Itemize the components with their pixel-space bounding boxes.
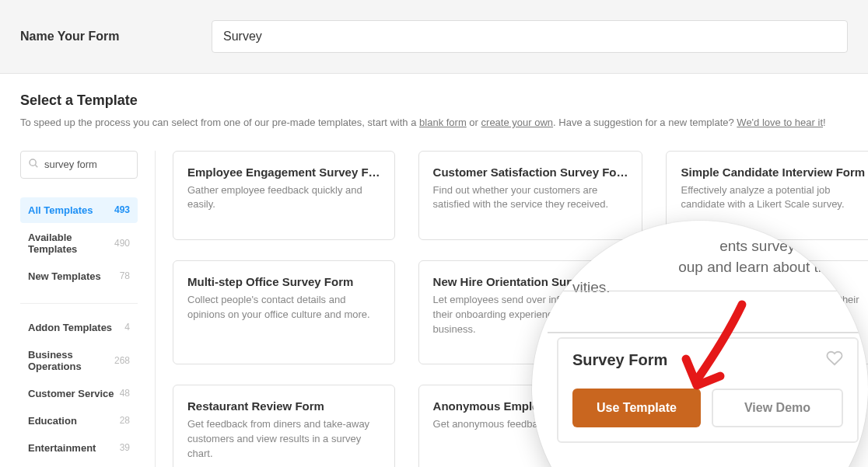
search-wrapper [20, 151, 138, 179]
category-label: Available Templates [28, 232, 114, 255]
category-count: 39 [120, 442, 130, 453]
select-template-heading: Select a Template [20, 92, 848, 109]
template-description: Find out whether your customers are sati… [433, 183, 628, 213]
category-label: Business Operations [28, 349, 114, 372]
name-form-input[interactable] [212, 20, 848, 53]
category-count: 490 [114, 238, 130, 249]
category-label: Entertainment [28, 442, 96, 454]
template-title: Multi-step Office Survey Form [187, 275, 380, 288]
category-label: Addon Templates [28, 322, 112, 333]
template-description: Collect people's contact details and opi… [187, 293, 380, 322]
template-card[interactable]: Customer Satisfaction Survey Fo…Find out… [418, 151, 643, 240]
sidebar-item-event-planning[interactable]: Event Planning56 [20, 462, 138, 468]
view-demo-button[interactable]: View Demo [712, 389, 843, 427]
template-description: Effectively analyze a potential job cand… [681, 183, 865, 213]
category-count: 493 [114, 204, 130, 215]
category-count: 78 [120, 270, 130, 281]
category-label: Customer Service [28, 388, 114, 399]
template-description: Get feedback from diners and take-away c… [187, 417, 380, 462]
category-label: New Templates [28, 270, 101, 282]
template-title: Simple Candidate Interview Form [681, 166, 865, 179]
template-title: Customer Satisfaction Survey Fo… [433, 166, 628, 179]
template-title: Restaurant Review Form [187, 399, 380, 413]
sidebar-item-education[interactable]: Education28 [20, 408, 138, 434]
name-form-bar: Name Your Form [0, 0, 868, 74]
use-template-button[interactable]: Use Template [572, 389, 701, 427]
template-sidebar: All Templates493Available Templates490Ne… [20, 151, 156, 468]
sidebar-item-all-templates[interactable]: All Templates493 [20, 197, 138, 223]
template-card[interactable]: Employee Engagement Survey F…Gather empl… [173, 151, 395, 240]
sidebar-item-entertainment[interactable]: Entertainment39 [20, 435, 138, 461]
template-card[interactable]: Multi-step Office Survey FormCollect peo… [173, 260, 395, 364]
svg-point-0 [30, 159, 36, 166]
name-form-label: Name Your Form [20, 30, 212, 44]
create-own-link[interactable]: create your own [481, 117, 554, 128]
category-count: 28 [120, 415, 130, 426]
blank-form-link[interactable]: blank form [419, 117, 467, 128]
template-description: Gather employee feedback quickly and eas… [187, 183, 380, 213]
zoom-divider2 [548, 332, 860, 333]
suggestion-link[interactable]: We'd love to hear it [737, 117, 823, 128]
category-label: All Templates [28, 204, 93, 216]
category-count: 4 [124, 322, 130, 333]
sidebar-item-new-templates[interactable]: New Templates78 [20, 263, 138, 289]
svg-line-1 [35, 165, 37, 167]
category-count: 268 [114, 355, 130, 366]
zoom-divider [548, 291, 860, 291]
select-template-header: Select a Template To speed up the proces… [0, 74, 868, 151]
sidebar-item-available-templates[interactable]: Available Templates490 [20, 225, 138, 262]
search-icon [28, 158, 39, 172]
category-label: Education [28, 415, 77, 427]
sidebar-item-business-operations[interactable]: Business Operations268 [20, 342, 138, 379]
sidebar-item-customer-service[interactable]: Customer Service48 [20, 381, 138, 406]
zoom-template-card: Survey Form Use Template View Demo [557, 337, 859, 443]
select-template-subtext: To speed up the process you can select f… [20, 115, 848, 131]
template-title: Employee Engagement Survey F… [187, 166, 380, 179]
sidebar-item-addon-templates[interactable]: Addon Templates4 [20, 315, 138, 340]
zoom-card-title: Survey Form [572, 351, 667, 369]
template-card[interactable]: Restaurant Review FormGet feedback from … [173, 385, 395, 467]
category-divider [20, 303, 138, 304]
heart-icon[interactable] [826, 350, 843, 370]
category-count: 48 [120, 388, 130, 399]
